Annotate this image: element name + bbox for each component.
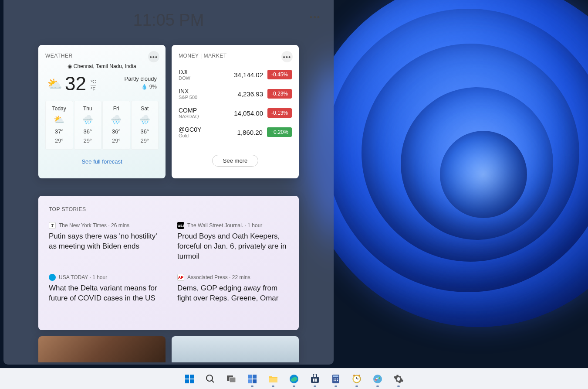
market-row[interactable]: INXS&P 500 4,236.93-0.23%: [179, 84, 292, 103]
svg-point-28: [358, 375, 360, 376]
market-title: MONEY | MARKET: [179, 53, 292, 59]
market-widget[interactable]: MONEY | MARKET ••• DJIDOW 34,144.02-0.45…: [172, 45, 299, 178]
svg-rect-6: [248, 379, 252, 383]
widgets-clock: 11:05 PM: [3, 11, 334, 30]
file-explorer-button[interactable]: [264, 370, 282, 388]
top-stories-title: TOP STORIES: [49, 206, 288, 212]
svg-line-1: [212, 380, 214, 382]
widgets-panel: ••• 11:05 PM WEATHER ••• ◉ Chennai, Tami…: [3, 0, 334, 365]
pct-badge: -0.23%: [267, 89, 292, 99]
publisher-icon: T: [49, 222, 56, 229]
svg-point-17: [334, 378, 335, 379]
settings-button[interactable]: [390, 370, 407, 388]
taskbar: [0, 368, 588, 389]
panel-menu-icon[interactable]: •••: [310, 13, 321, 22]
svg-point-19: [337, 378, 338, 379]
widgets-button[interactable]: [243, 370, 261, 388]
edge-button[interactable]: [285, 370, 303, 388]
publisher-icon: [49, 274, 56, 281]
market-row[interactable]: COMPNASDAQ 14,054.00-0.13%: [179, 103, 292, 123]
clock-button[interactable]: [348, 370, 365, 388]
market-row[interactable]: DJIDOW 34,144.02-0.45%: [179, 65, 292, 84]
svg-rect-12: [315, 379, 317, 380]
svg-point-20: [334, 380, 335, 381]
market-see-more-button[interactable]: See more: [212, 155, 258, 167]
forecast-day[interactable]: Today ⛅ 37° 29°: [45, 101, 73, 150]
search-button[interactable]: [202, 370, 219, 388]
weather-widget[interactable]: WEATHER ••• ◉ Chennai, Tamil Nadu, India…: [38, 45, 166, 178]
calculator-button[interactable]: [327, 370, 345, 388]
story-item[interactable]: USA TODAY · 1 hour What the Delta varian…: [49, 274, 160, 304]
news-image-card[interactable]: [38, 336, 166, 362]
svg-rect-4: [248, 375, 252, 379]
story-item[interactable]: WSJ The Wall Street Journal. · 1 hour Pr…: [177, 222, 288, 262]
publisher-icon: AP: [177, 274, 184, 281]
svg-rect-11: [313, 379, 314, 380]
weather-title: WEATHER: [45, 53, 159, 59]
task-view-button[interactable]: [223, 370, 240, 388]
svg-point-30: [375, 379, 377, 381]
svg-point-31: [378, 377, 380, 379]
svg-rect-3: [230, 377, 236, 382]
weather-icon: 🌧️: [133, 114, 157, 125]
pct-badge: +0.20%: [267, 127, 292, 137]
story-item[interactable]: AP Associated Press · 22 mins Dems, GOP …: [177, 274, 288, 304]
weather-location: ◉ Chennai, Tamil Nadu, India: [45, 63, 159, 69]
weather-icon: 🌧️: [76, 114, 100, 125]
start-button[interactable]: [181, 370, 198, 388]
market-row[interactable]: @GC0YGold 1,860.20+0.20%: [179, 123, 292, 142]
market-more-icon[interactable]: •••: [281, 51, 293, 62]
svg-rect-7: [253, 379, 257, 383]
weather-icon: ⛅: [47, 114, 71, 125]
weather-more-icon[interactable]: •••: [148, 51, 159, 62]
svg-rect-8: [269, 378, 277, 382]
top-stories-widget: TOP STORIES T The New York Times · 26 mi…: [38, 196, 299, 330]
svg-rect-16: [333, 375, 338, 377]
svg-point-0: [206, 375, 213, 381]
store-button[interactable]: [306, 370, 324, 388]
svg-rect-13: [313, 380, 314, 382]
svg-point-27: [353, 375, 355, 376]
svg-point-22: [337, 380, 338, 381]
svg-point-18: [335, 378, 336, 379]
pct-badge: -0.13%: [267, 108, 292, 118]
svg-rect-10: [311, 377, 319, 383]
see-full-forecast-link[interactable]: See full forecast: [45, 158, 159, 165]
pct-badge: -0.45%: [267, 70, 292, 79]
snipping-tool-button[interactable]: [369, 370, 386, 388]
news-image-card[interactable]: [172, 336, 299, 362]
publisher-icon: WSJ: [177, 222, 184, 229]
svg-rect-5: [253, 375, 257, 379]
story-item[interactable]: T The New York Times · 26 mins Putin say…: [49, 222, 160, 262]
svg-rect-14: [315, 380, 317, 382]
forecast-day[interactable]: Fri 🌧️ 36° 29°: [102, 101, 130, 150]
weather-condition: Partly cloudy: [125, 75, 157, 82]
svg-point-21: [335, 380, 336, 381]
forecast-day[interactable]: Thu 🌧️ 36° 29°: [74, 101, 102, 150]
forecast-day[interactable]: Sat 🌧️ 36° 29°: [131, 101, 159, 150]
weather-current-icon: ⛅: [47, 77, 62, 91]
weather-icon: 🌧️: [105, 114, 128, 125]
weather-humidity: 💧 9%: [125, 84, 157, 90]
svg-point-29: [373, 375, 382, 383]
weather-current-temp: 32: [65, 73, 86, 95]
weather-unit-toggle[interactable]: °C °F: [91, 79, 96, 92]
